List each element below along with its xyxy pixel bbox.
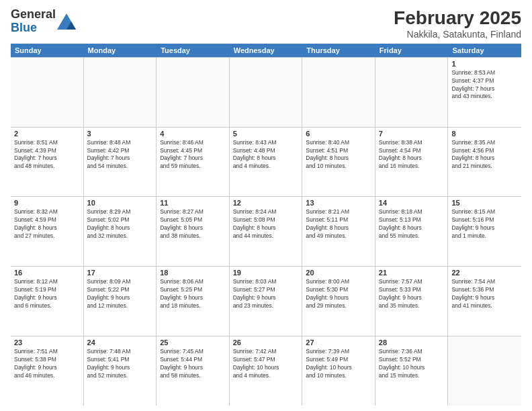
day-number: 10 [87,199,153,207]
page: General Blue February 2025 Nakkila, Sata… [0,0,532,411]
day-number: 5 [233,130,299,138]
header-wednesday: Wednesday [230,44,303,57]
calendar-cell-1-4: 6Sunrise: 8:40 AM Sunset: 4:51 PM Daylig… [302,128,375,197]
calendar-cell-0-4 [302,58,375,127]
calendar-cell-2-3: 12Sunrise: 8:24 AM Sunset: 5:08 PM Dayli… [230,197,303,266]
day-info: Sunrise: 7:51 AM Sunset: 5:38 PM Dayligh… [14,348,80,380]
day-info: Sunrise: 8:48 AM Sunset: 4:42 PM Dayligh… [87,139,153,171]
day-info: Sunrise: 8:43 AM Sunset: 4:48 PM Dayligh… [233,139,299,171]
calendar-row-3: 16Sunrise: 8:12 AM Sunset: 5:19 PM Dayli… [11,266,521,336]
day-number: 27 [306,338,371,347]
header-sunday: Sunday [11,44,84,57]
day-info: Sunrise: 8:29 AM Sunset: 5:02 PM Dayligh… [87,208,153,240]
day-number: 21 [379,269,445,277]
day-info: Sunrise: 8:09 AM Sunset: 5:22 PM Dayligh… [87,278,153,310]
day-number: 12 [233,199,299,207]
header-friday: Friday [375,44,449,57]
day-number: 3 [87,130,153,138]
day-info: Sunrise: 7:48 AM Sunset: 5:41 PM Dayligh… [87,348,153,380]
calendar: Sunday Monday Tuesday Wednesday Thursday… [11,44,521,406]
calendar-cell-1-3: 5Sunrise: 8:43 AM Sunset: 4:48 PM Daylig… [230,128,303,197]
calendar-cell-4-0: 23Sunrise: 7:51 AM Sunset: 5:38 PM Dayli… [11,336,84,406]
day-info: Sunrise: 7:39 AM Sunset: 5:49 PM Dayligh… [306,348,371,380]
day-number: 17 [87,269,153,277]
day-info: Sunrise: 8:51 AM Sunset: 4:39 PM Dayligh… [14,139,80,171]
day-number: 6 [306,130,371,138]
calendar-cell-4-6 [448,336,521,406]
day-number: 20 [306,269,371,277]
calendar-cell-3-1: 17Sunrise: 8:09 AM Sunset: 5:22 PM Dayli… [84,267,157,336]
day-info: Sunrise: 8:27 AM Sunset: 5:05 PM Dayligh… [160,208,226,240]
day-number: 15 [451,199,518,207]
calendar-header: Sunday Monday Tuesday Wednesday Thursday… [11,44,521,57]
calendar-cell-4-2: 25Sunrise: 7:45 AM Sunset: 5:44 PM Dayli… [157,336,230,406]
day-info: Sunrise: 7:36 AM Sunset: 5:52 PM Dayligh… [379,348,445,380]
calendar-cell-2-2: 11Sunrise: 8:27 AM Sunset: 5:05 PM Dayli… [157,197,230,266]
location-title: Nakkila, Satakunta, Finland [394,29,521,40]
calendar-cell-0-1 [84,58,157,127]
day-info: Sunrise: 7:42 AM Sunset: 5:47 PM Dayligh… [233,348,299,380]
day-number: 11 [160,199,226,207]
calendar-cell-1-6: 8Sunrise: 8:35 AM Sunset: 4:56 PM Daylig… [448,128,521,197]
day-info: Sunrise: 8:38 AM Sunset: 4:54 PM Dayligh… [379,139,445,171]
day-info: Sunrise: 8:35 AM Sunset: 4:56 PM Dayligh… [451,139,518,171]
day-number: 14 [379,199,445,207]
day-info: Sunrise: 8:24 AM Sunset: 5:08 PM Dayligh… [233,208,299,240]
title-block: February 2025 Nakkila, Satakunta, Finlan… [394,8,521,40]
calendar-cell-4-3: 26Sunrise: 7:42 AM Sunset: 5:47 PM Dayli… [230,336,303,406]
calendar-cell-1-1: 3Sunrise: 8:48 AM Sunset: 4:42 PM Daylig… [84,128,157,197]
day-number: 4 [160,130,226,138]
calendar-cell-3-6: 22Sunrise: 7:54 AM Sunset: 5:36 PM Dayli… [448,267,521,336]
day-info: Sunrise: 8:21 AM Sunset: 5:11 PM Dayligh… [306,208,371,240]
logo-general-text: General [11,7,56,21]
day-info: Sunrise: 8:15 AM Sunset: 5:16 PM Dayligh… [451,208,518,240]
day-number: 2 [14,130,80,138]
calendar-cell-3-3: 19Sunrise: 8:03 AM Sunset: 5:27 PM Dayli… [230,267,303,336]
day-number: 24 [87,338,153,347]
day-info: Sunrise: 8:00 AM Sunset: 5:30 PM Dayligh… [306,278,371,310]
day-number: 19 [233,269,299,277]
day-number: 23 [14,338,80,347]
calendar-cell-4-1: 24Sunrise: 7:48 AM Sunset: 5:41 PM Dayli… [84,336,157,406]
day-info: Sunrise: 8:03 AM Sunset: 5:27 PM Dayligh… [233,278,299,310]
calendar-cell-3-4: 20Sunrise: 8:00 AM Sunset: 5:30 PM Dayli… [302,267,375,336]
day-number: 8 [451,130,518,138]
calendar-cell-3-5: 21Sunrise: 7:57 AM Sunset: 5:33 PM Dayli… [375,267,449,336]
calendar-cell-3-0: 16Sunrise: 8:12 AM Sunset: 5:19 PM Dayli… [11,267,84,336]
day-number: 7 [379,130,445,138]
calendar-cell-0-5 [375,58,449,127]
calendar-row-1: 2Sunrise: 8:51 AM Sunset: 4:39 PM Daylig… [11,127,521,197]
month-title: February 2025 [394,8,521,29]
day-number: 16 [14,269,80,277]
day-info: Sunrise: 8:18 AM Sunset: 5:13 PM Dayligh… [379,208,445,240]
day-number: 25 [160,338,226,347]
calendar-cell-4-4: 27Sunrise: 7:39 AM Sunset: 5:49 PM Dayli… [302,336,375,406]
day-number: 13 [306,199,371,207]
day-info: Sunrise: 8:12 AM Sunset: 5:19 PM Dayligh… [14,278,80,310]
header-monday: Monday [84,44,157,57]
calendar-cell-2-5: 14Sunrise: 8:18 AM Sunset: 5:13 PM Dayli… [375,197,449,266]
day-info: Sunrise: 8:46 AM Sunset: 4:45 PM Dayligh… [160,139,226,171]
calendar-cell-0-6: 1Sunrise: 8:53 AM Sunset: 4:37 PM Daylig… [448,58,521,127]
day-info: Sunrise: 8:32 AM Sunset: 4:59 PM Dayligh… [14,208,80,240]
day-info: Sunrise: 7:54 AM Sunset: 5:36 PM Dayligh… [451,278,518,310]
calendar-cell-3-2: 18Sunrise: 8:06 AM Sunset: 5:25 PM Dayli… [157,267,230,336]
day-number: 9 [14,199,80,207]
day-info: Sunrise: 7:57 AM Sunset: 5:33 PM Dayligh… [379,278,445,310]
day-info: Sunrise: 8:40 AM Sunset: 4:51 PM Dayligh… [306,139,371,171]
calendar-cell-1-0: 2Sunrise: 8:51 AM Sunset: 4:39 PM Daylig… [11,128,84,197]
day-info: Sunrise: 7:45 AM Sunset: 5:44 PM Dayligh… [160,348,226,380]
calendar-cell-2-0: 9Sunrise: 8:32 AM Sunset: 4:59 PM Daylig… [11,197,84,266]
day-number: 22 [451,269,518,277]
calendar-row-0: 1Sunrise: 8:53 AM Sunset: 4:37 PM Daylig… [11,57,521,127]
logo-icon [57,13,76,30]
day-number: 28 [379,338,445,347]
calendar-cell-1-2: 4Sunrise: 8:46 AM Sunset: 4:45 PM Daylig… [157,128,230,197]
logo-blue-text: Blue [11,21,37,34]
calendar-body: 1Sunrise: 8:53 AM Sunset: 4:37 PM Daylig… [11,57,521,406]
day-info: Sunrise: 8:06 AM Sunset: 5:25 PM Dayligh… [160,278,226,310]
header-tuesday: Tuesday [157,44,230,57]
day-number: 1 [451,60,518,68]
calendar-row-2: 9Sunrise: 8:32 AM Sunset: 4:59 PM Daylig… [11,196,521,266]
calendar-cell-2-1: 10Sunrise: 8:29 AM Sunset: 5:02 PM Dayli… [84,197,157,266]
